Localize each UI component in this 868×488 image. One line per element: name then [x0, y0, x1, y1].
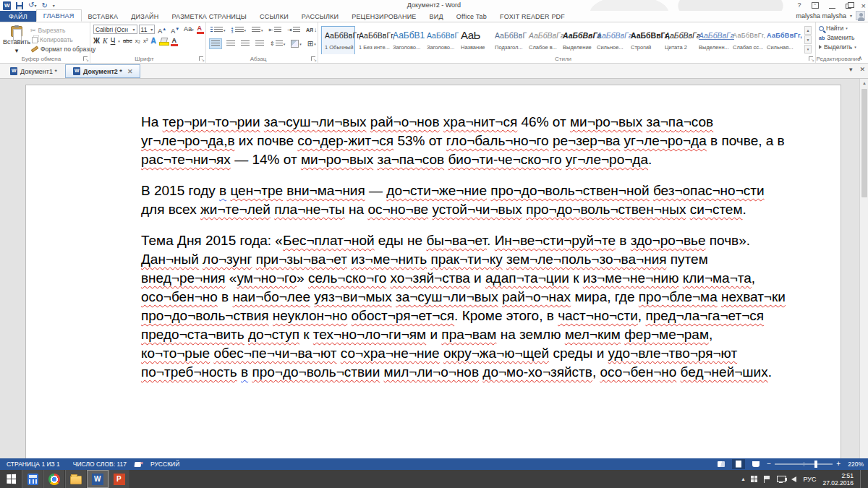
text-effects-button[interactable]: А: [151, 36, 156, 46]
underline-dropdown-caret[interactable]: ▾: [118, 39, 120, 43]
word-count[interactable]: ЧИСЛО СЛОВ: 117: [67, 461, 133, 468]
style-item-4[interactable]: АаЬНазвание: [457, 26, 491, 54]
justify-button[interactable]: [254, 38, 265, 49]
superscript-button[interactable]: х²: [143, 36, 148, 46]
page-indicator[interactable]: СТРАНИЦА 1 ИЗ 1: [0, 461, 67, 468]
taskbar-powerpoint-button[interactable]: [109, 470, 130, 488]
ribbon-tab-8[interactable]: ВИД: [423, 11, 450, 22]
style-item-3[interactable]: АаБбВвГЗаголово...: [423, 26, 457, 54]
clipboard-dialog-launcher[interactable]: [82, 56, 89, 62]
borders-button[interactable]: ⊞▾: [306, 38, 318, 49]
document-tab-close-icon[interactable]: ✕: [127, 68, 133, 75]
zoom-slider-handle[interactable]: [814, 461, 817, 468]
network-icon[interactable]: [777, 476, 785, 482]
style-item-6[interactable]: АаБбВвГгСлабое в...: [525, 26, 559, 54]
ribbon-tab-10[interactable]: FOXIT READER PDF: [493, 11, 571, 22]
language-indicator[interactable]: РУССКИЙ: [144, 461, 186, 468]
help-button[interactable]: ?: [798, 1, 801, 10]
find-button[interactable]: Найти▾: [819, 25, 865, 32]
input-language-indicator[interactable]: РУС: [803, 476, 816, 483]
ribbon-tab-9[interactable]: Office Tab: [450, 11, 493, 22]
read-mode-button[interactable]: [715, 459, 728, 469]
font-size-combo[interactable]: 11▾: [139, 25, 156, 34]
ribbon-tab-2[interactable]: ВСТАВКА: [82, 11, 125, 22]
ribbon-tab-6[interactable]: РАССЫЛКИ: [295, 11, 345, 22]
bullet-list-button[interactable]: ▾: [209, 25, 227, 35]
document-text[interactable]: На тер¬ри¬то¬рии за¬суш¬ли¬вых рай¬о¬нов…: [26, 85, 841, 382]
cut-button[interactable]: ✂Вырезать: [30, 27, 95, 34]
styles-scroll-down-button[interactable]: ▼: [804, 35, 812, 44]
show-hidden-icons-button[interactable]: ▴: [741, 476, 744, 482]
highlight-color-button[interactable]: [159, 37, 168, 46]
line-spacing-button[interactable]: ⇕▾: [268, 38, 286, 49]
minimize-button[interactable]: [829, 8, 835, 9]
decrease-indent-button[interactable]: ⇤: [268, 25, 284, 35]
scroll-up-arrow[interactable]: ▲: [860, 79, 868, 87]
document-page[interactable]: На тер¬ри¬то¬рии за¬суш¬ли¬вых рай¬о¬нов…: [25, 85, 841, 458]
style-item-0[interactable]: АаБбВвГг,1 Обычный: [321, 26, 355, 54]
taskbar-chrome-button[interactable]: [43, 470, 65, 488]
multilevel-list-button[interactable]: ▾: [250, 25, 265, 35]
increase-indent-button[interactable]: ⇥: [286, 25, 302, 35]
styles-scroll-up-button[interactable]: ▲: [804, 26, 812, 35]
vertical-scrollbar[interactable]: ▲: [859, 79, 868, 458]
align-left-button[interactable]: [209, 38, 222, 49]
ribbon-tab-5[interactable]: ССЫЛКИ: [253, 11, 295, 22]
collapse-ribbon-button[interactable]: ∧: [858, 55, 862, 61]
style-item-7[interactable]: АаБбВвГгВыделение: [559, 26, 593, 54]
styles-gallery-expand-button[interactable]: ▾: [804, 45, 812, 53]
print-layout-button[interactable]: [732, 459, 745, 469]
volume-icon[interactable]: [791, 476, 796, 482]
start-button[interactable]: [0, 470, 22, 488]
taskbar-word-button[interactable]: [87, 470, 109, 488]
taskbar-explorer-button[interactable]: [65, 470, 87, 488]
paragraph-dialog-launcher[interactable]: [310, 56, 317, 62]
ribbon-tab-3[interactable]: ДИЗАЙН: [124, 11, 165, 22]
ribbon-tab-7[interactable]: РЕЦЕНЗИРОВАНИЕ: [345, 11, 422, 22]
shading-button[interactable]: ▾: [289, 38, 303, 49]
format-painter-button[interactable]: Формат по образцу: [30, 46, 95, 53]
zoom-out-button[interactable]: −: [767, 461, 771, 468]
style-item-2[interactable]: АаБбВ1Заголово...: [389, 26, 423, 54]
ribbon-display-options-button[interactable]: ^: [812, 2, 819, 9]
font-dialog-launcher[interactable]: [198, 56, 205, 62]
ribbon-tab-0[interactable]: ФАЙЛ: [0, 11, 36, 22]
restore-button[interactable]: [846, 4, 851, 9]
taskbar-calculator-button[interactable]: [22, 470, 43, 488]
sort-button[interactable]: АЯ↓: [305, 25, 318, 35]
style-item-1[interactable]: АаБбВвГг,1 Без инте...: [355, 26, 389, 54]
paste-button[interactable]: Вставить ▾: [3, 25, 30, 54]
font-color-button[interactable]: А: [171, 37, 178, 46]
font-name-combo[interactable]: Calibri (Осн▾: [93, 25, 137, 34]
zoom-slider[interactable]: [775, 463, 833, 465]
document-tab-1[interactable]: Документ2 *✕: [65, 64, 140, 78]
replace-button[interactable]: abЗаменить: [819, 34, 865, 41]
italic-button[interactable]: К: [103, 36, 108, 46]
bold-button[interactable]: Ж: [93, 36, 100, 46]
shrink-font-button[interactable]: А▼: [169, 25, 181, 34]
select-button[interactable]: Выделить▾: [819, 43, 865, 51]
style-item-13[interactable]: АаБбВвГг,Сильная...: [763, 26, 797, 54]
subscript-button[interactable]: х₂: [135, 36, 140, 46]
action-center-flag-icon[interactable]: [764, 476, 770, 483]
zoom-percentage[interactable]: 220%: [845, 461, 864, 468]
clock[interactable]: 2:51 27.02.2016: [822, 472, 854, 487]
paste-dropdown-caret[interactable]: ▾: [15, 47, 19, 54]
web-layout-button[interactable]: [749, 459, 762, 469]
tray-grid-icon[interactable]: [751, 476, 757, 482]
numbered-list-button[interactable]: 1 2 3▾: [230, 25, 248, 35]
style-item-10[interactable]: АаБбВвГгЦитата 2: [661, 26, 695, 54]
align-center-button[interactable]: [225, 38, 237, 49]
underline-button[interactable]: Ч: [111, 36, 116, 46]
document-tab-0[interactable]: Документ1 *: [2, 64, 65, 78]
ribbon-tab-4[interactable]: РАЗМЕТКА СТРАНИЦЫ: [165, 11, 253, 22]
style-item-9[interactable]: АаБбВвГг,Строгий: [627, 26, 661, 54]
style-item-8[interactable]: АаБбВвГгСильное...: [593, 26, 627, 54]
zoom-in-button[interactable]: +: [836, 461, 841, 468]
align-right-button[interactable]: [239, 38, 251, 49]
style-item-12[interactable]: АаБбВвГг,Слабая сс...: [729, 26, 763, 54]
copy-button[interactable]: Копировать: [30, 36, 95, 43]
clear-formatting-button[interactable]: А: [197, 25, 203, 34]
tab-list-dropdown-button[interactable]: ▾: [849, 66, 853, 73]
grow-font-button[interactable]: А▲: [156, 25, 168, 34]
